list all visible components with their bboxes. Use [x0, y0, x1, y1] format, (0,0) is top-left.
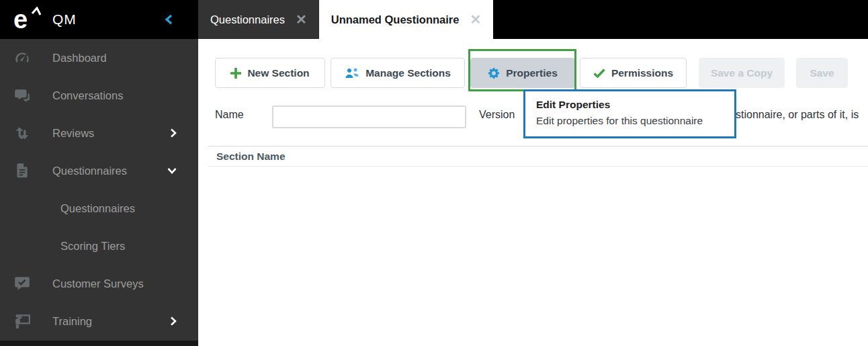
- new-section-button[interactable]: New Section: [215, 58, 325, 88]
- save-label: Save: [810, 67, 834, 79]
- manage-sections-button[interactable]: Manage Sections: [331, 58, 465, 88]
- sidebar-item-conversations[interactable]: Conversations: [0, 77, 198, 114]
- sidebar-item-questionnaires-sub[interactable]: Questionnaires: [0, 189, 198, 227]
- name-input[interactable]: [272, 105, 466, 128]
- app-title: QM: [52, 11, 165, 28]
- people-icon: [345, 68, 359, 79]
- tab-questionnaires[interactable]: Questionnaires ✕: [198, 0, 319, 39]
- sidebar-item-questionnaires[interactable]: Questionnaires: [0, 152, 198, 189]
- edit-properties-tooltip: Edit Properties Edit properties for this…: [523, 89, 736, 138]
- tab-unnamed-questionnaire[interactable]: Unnamed Questionnaire ✕: [319, 0, 493, 39]
- sidebar-item-label: Questionnaires: [52, 165, 167, 177]
- sidebar-item-training[interactable]: Training: [0, 302, 198, 340]
- sidebar-item-dashboard[interactable]: Dashboard: [0, 39, 198, 77]
- gear-icon: [488, 67, 500, 79]
- main-content: New Section Manage Sections Properties P…: [198, 39, 868, 346]
- save-button[interactable]: Save: [796, 58, 848, 88]
- properties-button[interactable]: Properties: [470, 58, 575, 88]
- clipped-help-text: stionnaire, or parts of it, is: [736, 109, 868, 121]
- sidebar-bottom-strip: [0, 341, 198, 346]
- trainer-board-icon: [13, 312, 31, 330]
- tooltip-title: Edit Properties: [536, 99, 734, 111]
- chevron-right-icon: [170, 128, 177, 138]
- logo-letter: e: [13, 5, 28, 34]
- app-logo: e: [13, 5, 43, 34]
- section-table-header: Section Name: [208, 146, 868, 167]
- permissions-button[interactable]: Permissions: [580, 58, 687, 88]
- gauge-icon: [13, 49, 31, 67]
- tab-label: Unnamed Questionnaire: [331, 13, 460, 26]
- sidebar-item-label: Training: [52, 315, 170, 328]
- name-label: Name: [215, 109, 244, 121]
- logo-accent-mark: [32, 7, 42, 19]
- sidebar-nav: Dashboard Conversations Reviews Question…: [0, 39, 198, 340]
- tab-label: Questionnaires: [210, 13, 285, 26]
- tab-bar: Questionnaires ✕ Unnamed Questionnaire ✕: [198, 0, 868, 39]
- close-icon[interactable]: ✕: [296, 13, 307, 26]
- chevron-down-icon: [167, 167, 177, 174]
- survey-check-bubble-icon: [13, 275, 31, 292]
- sidebar-item-label: Scoring Tiers: [60, 240, 198, 253]
- sidebar-item-label: Dashboard: [52, 52, 198, 64]
- chevron-right-icon: [170, 316, 177, 326]
- sidebar-item-customer-surveys[interactable]: Customer Surveys: [0, 265, 198, 302]
- section-name-column-header: Section Name: [208, 150, 286, 163]
- document-icon: [13, 162, 31, 179]
- sidebar-item-reviews[interactable]: Reviews: [0, 114, 198, 152]
- sidebar-item-label: Customer Surveys: [52, 277, 198, 290]
- save-a-copy-button[interactable]: Save a Copy: [699, 58, 785, 88]
- checkmark-icon: [593, 69, 605, 78]
- sidebar-header: e QM: [0, 0, 198, 39]
- plus-icon: [230, 68, 241, 79]
- new-section-label: New Section: [247, 67, 309, 79]
- manage-sections-label: Manage Sections: [365, 67, 451, 79]
- permissions-label: Permissions: [611, 67, 673, 79]
- sidebar-item-label: Conversations: [52, 89, 198, 102]
- version-label: Version: [479, 109, 515, 121]
- sidebar-item-label: Reviews: [52, 127, 170, 140]
- save-a-copy-label: Save a Copy: [711, 67, 773, 79]
- sidebar-item-scoring-tiers[interactable]: Scoring Tiers: [0, 227, 198, 265]
- properties-label: Properties: [506, 67, 558, 79]
- collapse-sidebar-icon[interactable]: [165, 14, 173, 25]
- close-icon[interactable]: ✕: [470, 13, 481, 26]
- sidebar-item-label: Questionnaires: [60, 202, 198, 215]
- chat-bubbles-icon: [13, 87, 31, 104]
- tooltip-description: Edit properties for this questionnaire: [536, 115, 734, 127]
- sidebar: e QM Dashboard Conversations R: [0, 0, 198, 346]
- arrows-up-down-icon: [13, 124, 31, 142]
